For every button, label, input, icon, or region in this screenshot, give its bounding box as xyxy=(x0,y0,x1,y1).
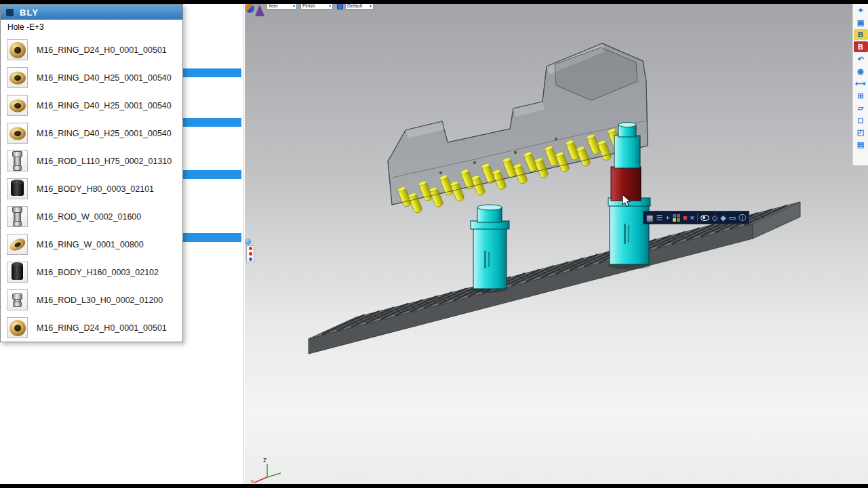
finish-combo-value: Finish xyxy=(302,3,315,9)
item-combo-value: Item xyxy=(269,3,278,9)
mold-block[interactable] xyxy=(388,43,648,214)
list-item[interactable]: M16_RING_D40_H25_0001_00540 xyxy=(1,92,182,119)
section-icon[interactable]: ◰ xyxy=(854,127,868,138)
popup-subtitle: Hole -E+3 xyxy=(1,20,182,35)
red-box-icon[interactable]: ■ xyxy=(683,214,688,222)
zoom-fit-icon[interactable]: ⊞ xyxy=(854,90,868,101)
list-item[interactable]: M16_BODY_H80_0003_02101 xyxy=(1,175,182,203)
copy-view-icon[interactable]: ▱ xyxy=(854,102,868,113)
bom-yellow-icon[interactable]: B xyxy=(854,29,868,40)
part-label: M16_ROD_L30_H0_0002_01200 xyxy=(37,296,163,305)
blue-dot-icon xyxy=(249,258,252,261)
list-item[interactable]: M16_BODY_H160_0003_02102 xyxy=(1,258,182,286)
list-item[interactable]: M16_RING_D24_H0_0001_00501 xyxy=(1,314,182,340)
marker-dots[interactable] xyxy=(246,245,254,262)
base-plate[interactable] xyxy=(309,202,800,354)
open-folder-icon[interactable]: ▣ xyxy=(854,17,868,28)
part-label: M16_BODY_H80_0003_02101 xyxy=(37,184,154,194)
rod-small-icon xyxy=(7,289,28,310)
part-label: M16_RING_D40_H25_0001_00540 xyxy=(37,129,172,138)
axis-triad: z x xyxy=(251,456,281,484)
part-label: M16_ROD_W_0002_01600 xyxy=(37,212,141,222)
ring-flat-icon xyxy=(7,67,28,88)
rod-icon xyxy=(7,206,28,227)
list-icon[interactable]: ☰ xyxy=(656,214,663,222)
ring-icon xyxy=(7,39,28,60)
part-label: M16_RING_D40_H25_0001_00540 xyxy=(37,101,172,110)
list-item[interactable]: M16_ROD_W_0002_01600 xyxy=(1,203,182,230)
bom-red-icon[interactable]: B xyxy=(854,41,868,52)
default-combo-value: Default xyxy=(347,3,362,9)
rod-icon xyxy=(7,150,28,171)
visibility-icon[interactable] xyxy=(701,215,709,221)
popup-header-icon xyxy=(6,9,14,16)
top-letterbox xyxy=(0,0,868,4)
body-icon xyxy=(7,178,28,199)
light-icon[interactable]: ◉ xyxy=(854,66,868,77)
ring-flat-icon xyxy=(7,95,28,116)
list-item[interactable]: M16_ROD_L110_H75_0002_01310 xyxy=(1,147,182,175)
box-select-icon[interactable]: ◻ xyxy=(854,115,868,125)
part-label: M16_RING_W_0001_00800 xyxy=(37,240,144,249)
popup-header[interactable]: BLY xyxy=(1,5,182,20)
wire-cube-icon[interactable]: ◇ xyxy=(712,214,717,222)
marker-ball-icon[interactable] xyxy=(245,239,251,245)
divider xyxy=(697,214,698,222)
grid-icon[interactable]: ▦ xyxy=(646,214,653,222)
frame-icon[interactable]: ▭ xyxy=(729,214,736,222)
part-label: M16_BODY_H160_0003_02102 xyxy=(37,268,159,277)
component-popup: BLY Hole -E+3 M16_RING_D24_H0_0001_00501… xyxy=(0,4,183,342)
bottom-letterbox xyxy=(0,484,868,488)
ring-icon xyxy=(7,317,28,338)
solid-cube-icon[interactable]: ◆ xyxy=(720,214,726,222)
ring-flat-icon xyxy=(7,123,28,144)
3d-scene[interactable]: z x xyxy=(245,4,868,484)
body-tall-icon xyxy=(7,262,28,283)
list-item[interactable]: M16_RING_W_0001_00800 xyxy=(1,230,182,258)
undo-icon[interactable]: ↶ xyxy=(854,54,868,64)
clamp-left[interactable] xyxy=(471,205,509,293)
popup-title: BLY xyxy=(20,7,39,18)
select-tool-icon[interactable]: ✦ xyxy=(854,5,868,16)
color-set-icon[interactable] xyxy=(673,214,680,222)
axis-z-label: z xyxy=(263,456,267,464)
part-label: M16_RING_D24_H0_0001_00501 xyxy=(37,323,167,333)
clamp-red-segment xyxy=(611,167,641,201)
part-list: M16_RING_D24_H0_0001_00501M16_RING_D40_H… xyxy=(1,36,182,340)
list-item[interactable]: M16_RING_D40_H25_0001_00540 xyxy=(1,64,182,92)
print-icon[interactable]: ▤ xyxy=(854,139,868,150)
part-label: M16_ROD_L110_H75_0002_01310 xyxy=(37,157,172,166)
view-orient-icon[interactable] xyxy=(245,4,254,13)
red-dot-icon xyxy=(249,252,252,256)
layer-color-icon[interactable] xyxy=(337,3,343,9)
axis-x-label: x xyxy=(251,478,254,484)
red-dot-icon xyxy=(249,247,252,250)
list-item[interactable]: M16_RING_D24_H0_0001_00501 xyxy=(1,36,182,64)
part-label: M16_RING_D40_H25_0001_00540 xyxy=(37,73,172,83)
add-icon[interactable]: + xyxy=(665,214,669,222)
close-icon[interactable]: × xyxy=(690,214,694,222)
part-label: M16_RING_D24_H0_0001_00501 xyxy=(37,45,167,55)
ring-tilt-icon xyxy=(7,234,28,255)
right-toolbar: ✦▣BB↶◉⟷⊞▱◻◰▤ xyxy=(852,4,868,165)
measure-icon[interactable]: ⟷ xyxy=(854,78,868,89)
list-item[interactable]: M16_ROD_L30_H0_0002_01200 xyxy=(1,286,182,314)
mini-toolbar: ▦☰+■×◇◆▭ⓘ xyxy=(643,211,749,224)
info-icon[interactable]: ⓘ xyxy=(738,214,746,222)
list-item[interactable]: M16_RING_D40_H25_0001_00540 xyxy=(1,119,182,147)
